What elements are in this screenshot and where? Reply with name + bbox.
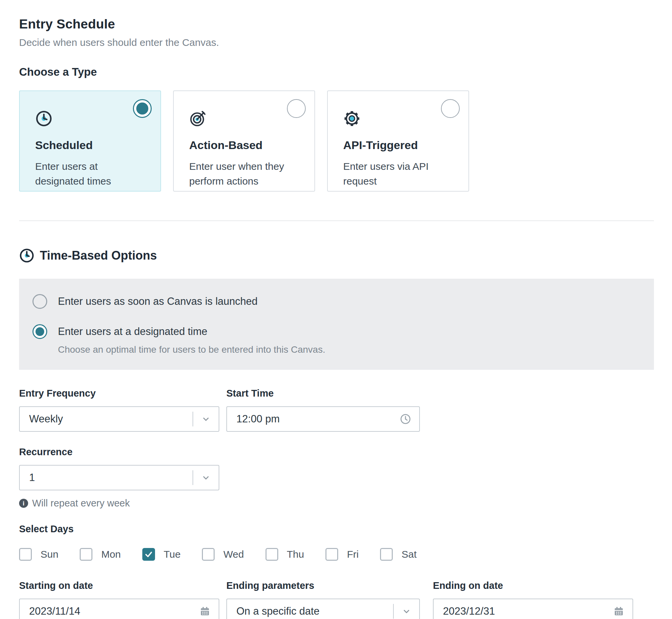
select-separator — [193, 470, 193, 485]
day-label: Fri — [347, 549, 359, 560]
page-title: Entry Schedule — [19, 17, 659, 31]
option-enter-on-launch[interactable]: Enter users as soon as Canvas is launche… — [32, 294, 640, 309]
ending-on-date-input[interactable]: 2023/12/31 — [433, 599, 633, 619]
clock-icon — [35, 110, 53, 127]
ending-parameters-select[interactable]: On a specific date — [226, 599, 420, 619]
time-based-options-heading: Time-Based Options — [19, 248, 659, 263]
entry-type-cards: Scheduled Enter users at designated time… — [19, 90, 659, 192]
recurrence-label: Recurrence — [19, 446, 219, 458]
entry-timing-panel: Enter users as soon as Canvas is launche… — [19, 279, 654, 370]
select-separator — [393, 604, 394, 619]
checkbox-thu[interactable] — [266, 548, 278, 561]
target-icon — [189, 110, 207, 127]
card-description: Enter user when they perform actions — [189, 159, 299, 188]
chevron-down-icon — [401, 606, 412, 617]
select-days-label: Select Days — [19, 524, 659, 535]
day-item-sun[interactable]: Sun — [19, 548, 58, 561]
info-icon: i — [19, 499, 28, 508]
start-time-label: Start Time — [226, 388, 420, 399]
clock-icon[interactable] — [400, 413, 411, 425]
entry-frequency-select[interactable]: Weekly — [19, 406, 219, 432]
chevron-down-icon — [201, 472, 211, 483]
type-card-action-based[interactable]: Action-Based Enter user when they perfor… — [173, 90, 315, 192]
start-time-input[interactable]: 12:00 pm — [226, 406, 420, 432]
clock-icon — [19, 248, 34, 263]
card-description: Enter users at designated times — [35, 159, 145, 188]
card-title: API-Triggered — [343, 139, 453, 152]
radio-enter-on-launch[interactable] — [32, 294, 47, 309]
page-subtitle: Decide when users should enter the Canva… — [19, 37, 659, 48]
recurrence-info-text: Will repeat every week — [32, 498, 130, 509]
checkbox-sat[interactable] — [380, 548, 393, 561]
chevron-down-icon — [201, 414, 211, 424]
day-label: Mon — [101, 549, 121, 560]
starting-on-date-label: Starting on date — [19, 580, 219, 591]
option-label: Enter users as soon as Canvas is launche… — [58, 295, 257, 307]
card-title: Action-Based — [189, 139, 299, 152]
checkbox-tue[interactable] — [142, 548, 155, 561]
entry-frequency-label: Entry Frequency — [19, 388, 219, 399]
calendar-icon[interactable] — [613, 606, 624, 617]
select-days-row: Sun Mon Tue Wed Thu Fri Sat — [19, 548, 659, 561]
radio-action-based[interactable] — [287, 99, 306, 118]
choose-type-label: Choose a Type — [19, 66, 659, 78]
day-item-thu[interactable]: Thu — [266, 548, 304, 561]
checkbox-mon[interactable] — [80, 548, 92, 561]
checkbox-fri[interactable] — [325, 548, 338, 561]
checkbox-wed[interactable] — [202, 548, 215, 561]
ending-on-date-label: Ending on date — [433, 580, 633, 591]
day-item-sat[interactable]: Sat — [380, 548, 417, 561]
calendar-icon[interactable] — [199, 606, 211, 617]
ending-parameters-label: Ending parameters — [226, 580, 420, 591]
day-label: Sun — [41, 549, 58, 560]
card-title: Scheduled — [35, 139, 145, 152]
type-card-scheduled[interactable]: Scheduled Enter users at designated time… — [19, 90, 161, 192]
day-item-tue[interactable]: Tue — [142, 548, 181, 561]
starting-on-date-value: 2023/11/14 — [29, 605, 80, 617]
radio-api-triggered[interactable] — [441, 99, 460, 118]
day-label: Sat — [401, 549, 417, 560]
start-time-value: 12:00 pm — [236, 413, 280, 425]
checkbox-sun[interactable] — [19, 548, 32, 561]
card-description: Enter users via API request — [343, 159, 453, 188]
recurrence-value: 1 — [29, 472, 35, 484]
day-item-fri[interactable]: Fri — [325, 548, 359, 561]
section-divider — [19, 220, 654, 221]
gear-icon — [343, 110, 361, 127]
recurrence-select[interactable]: 1 — [19, 465, 219, 490]
radio-scheduled[interactable] — [133, 99, 152, 118]
day-label: Thu — [287, 549, 304, 560]
ending-parameters-value: On a specific date — [236, 605, 319, 617]
day-item-wed[interactable]: Wed — [202, 548, 244, 561]
option-label: Enter users at a designated time — [58, 326, 207, 338]
day-label: Wed — [223, 549, 244, 560]
type-card-api-triggered[interactable]: API-Triggered Enter users via API reques… — [327, 90, 469, 192]
day-label: Tue — [164, 549, 181, 560]
option-helper-text: Choose an optimal time for users to be e… — [58, 344, 640, 355]
option-designated-time[interactable]: Enter users at a designated time — [32, 324, 640, 339]
select-separator — [193, 412, 193, 426]
day-item-mon[interactable]: Mon — [80, 548, 121, 561]
time-based-options-title: Time-Based Options — [40, 249, 157, 263]
starting-on-date-input[interactable]: 2023/11/14 — [19, 599, 219, 619]
recurrence-info: i Will repeat every week — [19, 498, 219, 509]
ending-on-date-value: 2023/12/31 — [443, 605, 495, 617]
entry-frequency-value: Weekly — [29, 413, 63, 425]
radio-designated-time[interactable] — [32, 324, 47, 339]
entry-schedule-page: Entry Schedule Decide when users should … — [0, 0, 672, 619]
